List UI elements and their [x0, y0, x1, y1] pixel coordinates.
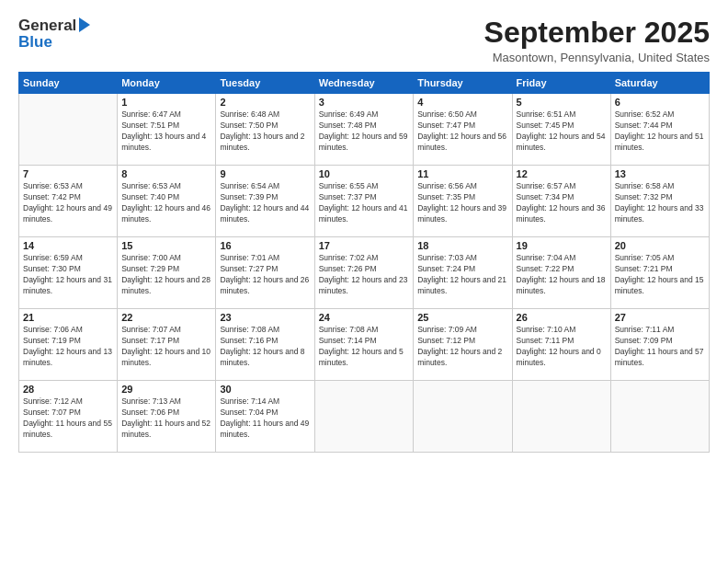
day-number: 22: [121, 312, 211, 323]
day-detail: Sunrise: 6:47 AMSunset: 7:51 PMDaylight:…: [121, 109, 211, 154]
logo-blue: Blue: [18, 33, 52, 52]
day-number: 16: [220, 240, 310, 251]
day-cell: 25Sunrise: 7:09 AMSunset: 7:12 PMDayligh…: [414, 309, 512, 381]
day-number: 24: [319, 312, 409, 323]
day-number: 27: [615, 312, 705, 323]
day-cell: 29Sunrise: 7:13 AMSunset: 7:06 PMDayligh…: [118, 381, 216, 453]
day-cell: 30Sunrise: 7:14 AMSunset: 7:04 PMDayligh…: [216, 381, 314, 453]
day-detail: Sunrise: 7:03 AMSunset: 7:24 PMDaylight:…: [417, 253, 507, 297]
col-header-wednesday: Wednesday: [314, 73, 413, 94]
day-number: 21: [23, 312, 113, 323]
day-detail: Sunrise: 6:55 AMSunset: 7:37 PMDaylight:…: [319, 181, 409, 225]
day-number: 7: [23, 168, 113, 179]
location: Masontown, Pennsylvania, United States: [484, 51, 710, 64]
logo-arrow-icon: [79, 17, 90, 32]
day-detail: Sunrise: 6:50 AMSunset: 7:47 PMDaylight:…: [417, 109, 507, 154]
title-block: September 2025 Masontown, Pennsylvania, …: [484, 17, 710, 64]
day-detail: Sunrise: 6:51 AMSunset: 7:45 PMDaylight:…: [517, 109, 607, 154]
day-number: 20: [615, 240, 705, 251]
day-cell: 22Sunrise: 7:07 AMSunset: 7:17 PMDayligh…: [118, 309, 216, 381]
day-number: 5: [517, 97, 607, 108]
day-detail: Sunrise: 7:07 AMSunset: 7:17 PMDaylight:…: [121, 325, 211, 369]
day-detail: Sunrise: 7:14 AMSunset: 7:04 PMDaylight:…: [220, 396, 310, 441]
day-number: 15: [121, 240, 211, 251]
month-title: September 2025: [484, 17, 710, 49]
day-number: 13: [615, 168, 705, 179]
day-detail: Sunrise: 7:10 AMSunset: 7:11 PMDaylight:…: [517, 325, 607, 369]
day-cell: 12Sunrise: 6:57 AMSunset: 7:34 PMDayligh…: [512, 166, 610, 237]
day-cell: 16Sunrise: 7:01 AMSunset: 7:27 PMDayligh…: [216, 237, 314, 309]
col-header-friday: Friday: [512, 73, 610, 94]
day-detail: Sunrise: 7:04 AMSunset: 7:22 PMDaylight:…: [517, 253, 607, 297]
day-detail: Sunrise: 7:13 AMSunset: 7:06 PMDaylight:…: [121, 396, 211, 441]
day-number: 11: [417, 168, 507, 179]
day-cell: 24Sunrise: 7:08 AMSunset: 7:14 PMDayligh…: [314, 309, 413, 381]
day-cell: 9Sunrise: 6:54 AMSunset: 7:39 PMDaylight…: [216, 166, 314, 237]
day-number: 10: [319, 168, 409, 179]
day-number: 4: [417, 97, 507, 108]
day-detail: Sunrise: 7:08 AMSunset: 7:16 PMDaylight:…: [220, 325, 310, 369]
day-detail: Sunrise: 6:53 AMSunset: 7:40 PMDaylight:…: [121, 181, 211, 225]
day-number: 28: [23, 384, 113, 395]
day-cell: 10Sunrise: 6:55 AMSunset: 7:37 PMDayligh…: [314, 166, 413, 237]
day-cell: 26Sunrise: 7:10 AMSunset: 7:11 PMDayligh…: [512, 309, 610, 381]
week-row-4: 28Sunrise: 7:12 AMSunset: 7:07 PMDayligh…: [19, 381, 710, 453]
day-number: 25: [417, 312, 507, 323]
week-row-0: 1Sunrise: 6:47 AMSunset: 7:51 PMDaylight…: [19, 94, 710, 166]
day-cell: 2Sunrise: 6:48 AMSunset: 7:50 PMDaylight…: [216, 94, 314, 166]
day-number: 29: [121, 384, 211, 395]
day-number: 8: [121, 168, 211, 179]
day-cell: [610, 381, 709, 453]
day-number: 1: [121, 97, 211, 108]
day-detail: Sunrise: 6:59 AMSunset: 7:30 PMDaylight:…: [23, 253, 113, 297]
day-cell: 17Sunrise: 7:02 AMSunset: 7:26 PMDayligh…: [314, 237, 413, 309]
day-detail: Sunrise: 6:58 AMSunset: 7:32 PMDaylight:…: [615, 181, 705, 225]
day-cell: 20Sunrise: 7:05 AMSunset: 7:21 PMDayligh…: [610, 237, 709, 309]
day-cell: 3Sunrise: 6:49 AMSunset: 7:48 PMDaylight…: [314, 94, 413, 166]
day-number: 19: [517, 240, 607, 251]
day-number: 6: [615, 97, 705, 108]
day-number: 17: [319, 240, 409, 251]
day-detail: Sunrise: 7:12 AMSunset: 7:07 PMDaylight:…: [23, 396, 113, 441]
day-number: 9: [220, 168, 310, 179]
day-cell: 28Sunrise: 7:12 AMSunset: 7:07 PMDayligh…: [19, 381, 118, 453]
col-header-sunday: Sunday: [19, 73, 118, 94]
day-detail: Sunrise: 6:49 AMSunset: 7:48 PMDaylight:…: [319, 109, 409, 154]
day-detail: Sunrise: 7:02 AMSunset: 7:26 PMDaylight:…: [319, 253, 409, 297]
day-number: 2: [220, 97, 310, 108]
day-cell: 18Sunrise: 7:03 AMSunset: 7:24 PMDayligh…: [414, 237, 512, 309]
col-header-monday: Monday: [118, 73, 216, 94]
day-number: 30: [220, 384, 310, 395]
day-cell: [19, 94, 118, 166]
day-cell: 27Sunrise: 7:11 AMSunset: 7:09 PMDayligh…: [610, 309, 709, 381]
col-header-tuesday: Tuesday: [216, 73, 314, 94]
day-cell: 8Sunrise: 6:53 AMSunset: 7:40 PMDaylight…: [118, 166, 216, 237]
day-number: 26: [517, 312, 607, 323]
day-cell: 6Sunrise: 6:52 AMSunset: 7:44 PMDaylight…: [610, 94, 709, 166]
day-detail: Sunrise: 6:56 AMSunset: 7:35 PMDaylight:…: [417, 181, 507, 225]
col-header-thursday: Thursday: [414, 73, 512, 94]
day-detail: Sunrise: 6:52 AMSunset: 7:44 PMDaylight:…: [615, 109, 705, 154]
day-cell: 7Sunrise: 6:53 AMSunset: 7:42 PMDaylight…: [19, 166, 118, 237]
day-cell: 14Sunrise: 6:59 AMSunset: 7:30 PMDayligh…: [19, 237, 118, 309]
day-cell: 4Sunrise: 6:50 AMSunset: 7:47 PMDaylight…: [414, 94, 512, 166]
day-number: 3: [319, 97, 409, 108]
day-cell: 19Sunrise: 7:04 AMSunset: 7:22 PMDayligh…: [512, 237, 610, 309]
day-cell: 5Sunrise: 6:51 AMSunset: 7:45 PMDaylight…: [512, 94, 610, 166]
day-detail: Sunrise: 6:57 AMSunset: 7:34 PMDaylight:…: [517, 181, 607, 225]
day-cell: 21Sunrise: 7:06 AMSunset: 7:19 PMDayligh…: [19, 309, 118, 381]
day-detail: Sunrise: 7:01 AMSunset: 7:27 PMDaylight:…: [220, 253, 310, 297]
day-number: 23: [220, 312, 310, 323]
day-cell: [512, 381, 610, 453]
day-cell: 15Sunrise: 7:00 AMSunset: 7:29 PMDayligh…: [118, 237, 216, 309]
week-row-1: 7Sunrise: 6:53 AMSunset: 7:42 PMDaylight…: [19, 166, 710, 237]
day-number: 14: [23, 240, 113, 251]
calendar-header-row: SundayMondayTuesdayWednesdayThursdayFrid…: [19, 73, 710, 94]
col-header-saturday: Saturday: [610, 73, 709, 94]
day-detail: Sunrise: 6:54 AMSunset: 7:39 PMDaylight:…: [220, 181, 310, 225]
day-detail: Sunrise: 7:11 AMSunset: 7:09 PMDaylight:…: [615, 325, 705, 369]
week-row-2: 14Sunrise: 6:59 AMSunset: 7:30 PMDayligh…: [19, 237, 710, 309]
day-detail: Sunrise: 6:48 AMSunset: 7:50 PMDaylight:…: [220, 109, 310, 154]
day-detail: Sunrise: 7:09 AMSunset: 7:12 PMDaylight:…: [417, 325, 507, 369]
day-number: 18: [417, 240, 507, 251]
